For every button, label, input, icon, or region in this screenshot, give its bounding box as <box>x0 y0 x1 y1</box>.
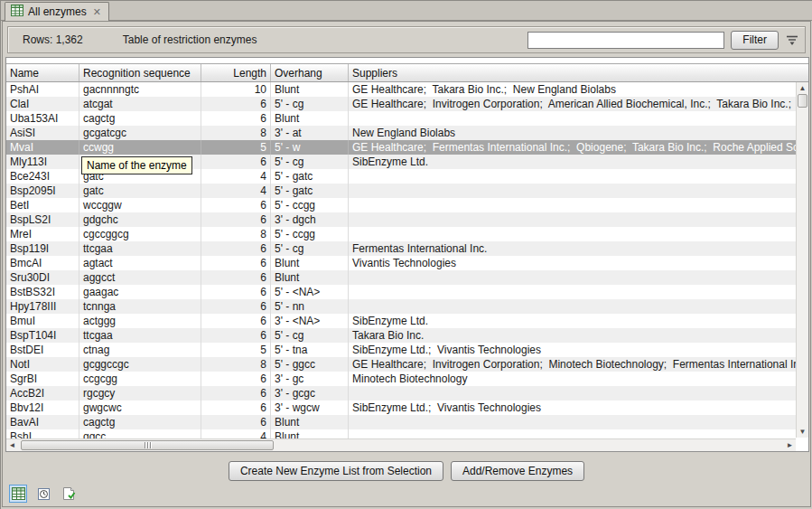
app-window: All enzymes ✕ Rows: 1,362 Table of restr… <box>0 0 812 509</box>
table-row[interactable]: NotIgcggccgc85' - ggccGE Healthcare; Inv… <box>6 357 796 372</box>
cell-suppliers: GE Healthcare; Fermentas International I… <box>349 140 796 155</box>
cell-seq: cagctg <box>79 415 201 429</box>
table-body: PshAIgacnnnngtc10BluntGE Healthcare; Tak… <box>6 82 808 444</box>
cell-name: BmcAI <box>6 256 79 270</box>
table-row[interactable]: AccB2Irgcgcy63' - gcgc <box>6 386 796 401</box>
filter-input[interactable] <box>527 32 724 49</box>
table-row[interactable]: BspT104Ittcgaa65' - cgTakara Bio Inc. <box>6 328 796 343</box>
create-enzyme-list-button[interactable]: Create New Enzyme List from Selection <box>229 461 443 481</box>
cell-name: BmuI <box>6 314 79 328</box>
cell-overhang: 3' - at <box>271 126 349 140</box>
scroll-right-icon[interactable]: ► <box>784 439 796 451</box>
table-row[interactable]: BmcAIagtact6BluntVivantis Technologies <box>6 256 796 270</box>
table-row[interactable]: SgrBIccgcgg63' - gcMinotech Biotechnolog… <box>6 372 796 386</box>
cell-suppliers: GE Healthcare; Invitrogen Corporation; A… <box>349 97 796 111</box>
table-icon <box>11 5 23 19</box>
cell-overhang: 5' - ccgg <box>271 227 349 241</box>
table-row[interactable]: Uba153AIcagctg6Blunt <box>6 111 796 126</box>
cell-suppliers <box>349 415 796 429</box>
cell-seq: ccwgg <box>79 140 201 155</box>
vertical-scrollbar[interactable]: ▲ ▼ <box>796 82 808 438</box>
cell-suppliers <box>349 184 796 198</box>
cell-length: 5 <box>201 343 271 357</box>
cell-overhang: 5' - gatc <box>271 184 349 198</box>
tab-close-icon[interactable]: ✕ <box>91 6 101 18</box>
table-row[interactable]: Bsp2095Igatc45' - gatc <box>6 184 796 198</box>
tab-bar: All enzymes ✕ <box>1 1 812 21</box>
tooltip: Name of the enzyme <box>81 156 192 174</box>
table-row[interactable]: BetIwccggw65' - ccgg <box>6 198 796 212</box>
table-row[interactable]: Bsp119Ittcgaa65' - cgFermentas Internati… <box>6 241 796 256</box>
column-header[interactable]: Recognition sequence <box>79 64 201 81</box>
scroll-left-icon[interactable]: ◄ <box>6 439 18 451</box>
cell-name: Bbv12I <box>6 401 79 415</box>
table-row[interactable]: MvaIccwgg55' - wGE Healthcare; Fermentas… <box>6 140 796 155</box>
scroll-down-icon[interactable]: ▼ <box>797 426 808 438</box>
cell-suppliers <box>349 299 796 314</box>
cell-seq: gatc <box>79 184 201 198</box>
cell-suppliers: GE Healthcare; Invitrogen Corporation; M… <box>349 357 796 372</box>
cell-seq: cagctg <box>79 111 201 126</box>
cell-suppliers: SibEnzyme Ltd.; Vivantis Technologies <box>349 343 796 357</box>
cell-suppliers <box>349 227 796 241</box>
cell-name: Sru30DI <box>6 270 79 285</box>
cell-length: 6 <box>201 299 271 314</box>
cell-overhang: 5' - gatc <box>271 169 349 184</box>
cell-name: Bce243I <box>6 169 79 184</box>
content-panel: Rows: 1,362 Table of restriction enzymes… <box>2 21 811 507</box>
cell-name: Mly113I <box>6 155 79 169</box>
scroll-up-icon[interactable]: ▲ <box>797 82 808 94</box>
table-row[interactable]: Hpy178IIItcnnga65' - nn <box>6 299 796 314</box>
cell-suppliers: Fermentas International Inc. <box>349 241 796 256</box>
column-header[interactable]: Name <box>6 64 79 81</box>
filter-button[interactable]: Filter <box>731 31 779 50</box>
cell-name: MreI <box>6 227 79 241</box>
cell-overhang: 5' - ccgg <box>271 198 349 212</box>
table-row[interactable]: Bbv12Igwgcwc63' - wgcwSibEnzyme Ltd.; Vi… <box>6 401 796 415</box>
table-row[interactable]: AsiSIgcgatcgc83' - atNew England Biolabs <box>6 126 796 140</box>
table-row[interactable]: ClaIatcgat65' - cgGE Healthcare; Invitro… <box>6 97 796 111</box>
cell-seq: ctnag <box>79 343 201 357</box>
cell-overhang: 3' - gcgc <box>271 386 349 401</box>
horizontal-scroll-thumb[interactable] <box>21 440 274 450</box>
cell-length: 8 <box>201 357 271 372</box>
table-view-icon[interactable] <box>9 485 27 503</box>
table-row[interactable]: BstBS32Igaagac65' - <NA> <box>6 285 796 299</box>
vertical-scroll-thumb[interactable] <box>798 94 807 108</box>
horizontal-scrollbar[interactable]: ◄ ► <box>6 438 796 451</box>
cell-name: BspLS2I <box>6 212 79 227</box>
element-info-view-icon[interactable] <box>60 485 78 503</box>
table-row[interactable]: BstDEIctnag55' - tnaSibEnzyme Ltd.; Viva… <box>6 343 796 357</box>
table-row[interactable]: BmuIactggg63' - <NA>SibEnzyme Ltd. <box>6 314 796 328</box>
cell-length: 6 <box>201 111 271 126</box>
cell-seq: gaagac <box>79 285 201 299</box>
cell-overhang: 5' - <NA> <box>271 285 349 299</box>
cell-seq: agtact <box>79 256 201 270</box>
column-header[interactable]: Suppliers <box>349 64 808 81</box>
table-row[interactable]: BspLS2Igdgchc63' - dgch <box>6 212 796 227</box>
tab-all-enzymes[interactable]: All enzymes ✕ <box>5 2 109 21</box>
cell-overhang: Blunt <box>271 82 349 97</box>
cell-seq: gacnnnngtc <box>79 82 201 97</box>
table-row[interactable]: MreIcgccggcg85' - ccgg <box>6 227 796 241</box>
cell-name: BstBS32I <box>6 285 79 299</box>
cell-suppliers <box>349 285 796 299</box>
add-remove-enzymes-button[interactable]: Add/Remove Enzymes <box>451 461 584 481</box>
cell-suppliers: SibEnzyme Ltd.; Vivantis Technologies <box>349 401 796 415</box>
cell-seq: actggg <box>79 314 201 328</box>
cell-overhang: Blunt <box>271 270 349 285</box>
column-header[interactable]: Length <box>201 64 271 81</box>
cell-length: 6 <box>201 155 271 169</box>
action-button-row: Create New Enzyme List from Selection Ad… <box>3 461 810 481</box>
cell-name: SgrBI <box>6 372 79 386</box>
table-row[interactable]: Sru30DIaggcct6Blunt <box>6 270 796 285</box>
cell-length: 6 <box>201 212 271 227</box>
tab-title: All enzymes <box>28 5 87 18</box>
filter-options-icon[interactable] <box>784 33 800 47</box>
cell-seq: gdgchc <box>79 212 201 227</box>
column-header[interactable]: Overhang <box>271 64 349 81</box>
table-row[interactable]: BavAIcagctg6Blunt <box>6 415 796 429</box>
table-row[interactable]: PshAIgacnnnngtc10BluntGE Healthcare; Tak… <box>6 82 796 97</box>
history-view-icon[interactable] <box>34 485 52 503</box>
cell-name: NotI <box>6 357 79 372</box>
